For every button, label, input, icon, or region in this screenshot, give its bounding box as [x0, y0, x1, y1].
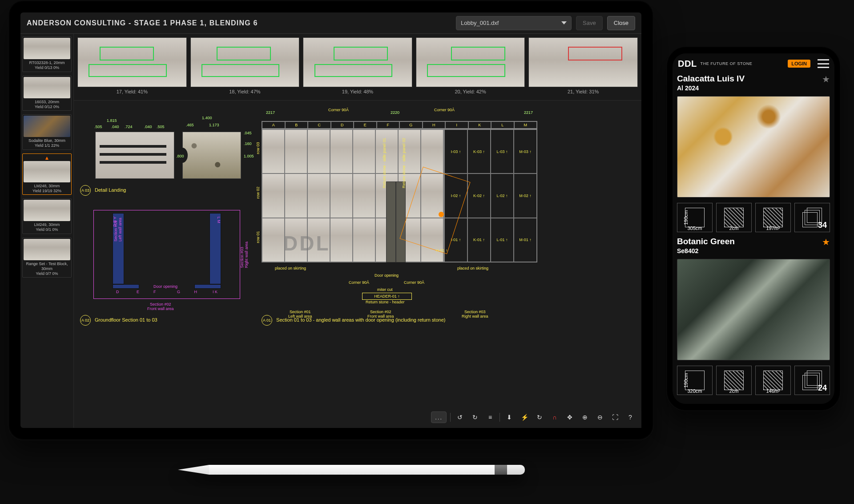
zoom-in-icon[interactable]: ⊕: [579, 411, 591, 423]
flash-icon[interactable]: ⚡: [519, 411, 530, 423]
wall-tile-label[interactable]: K-02 ↑: [467, 173, 491, 218]
wall-tile[interactable]: [330, 173, 353, 218]
col-header: K: [468, 121, 491, 129]
warning-icon: ▲: [24, 155, 70, 161]
header: ANDERSON CONSULTING - STAGE 1 PHASE 1, B…: [20, 12, 641, 34]
header-tag[interactable]: HEADER-01 ↑: [362, 293, 412, 300]
slab-preview[interactable]: 18, Yield: 47%: [190, 37, 300, 100]
dim: 1.400: [202, 116, 212, 120]
slab-preview[interactable]: 19, Yield: 48%: [303, 37, 412, 100]
dim: .160: [244, 141, 252, 146]
redo-icon[interactable]: ↻: [469, 411, 481, 423]
sidebar-item[interactable]: RT032328-1, 20mmYield 0/13 0%: [22, 36, 72, 72]
sidebar-item[interactable]: Range Set - Test Block, 30mmYield 0/7 0%: [22, 238, 72, 278]
canvas-toolbar: ... ↺ ↻ ≡ ⬇ ⚡ ↻ ∩ ✥ ⊕ ⊖ ⛶ ?: [431, 410, 636, 424]
slab-caption: 19, Yield: 48%: [342, 89, 373, 94]
sidebar-item[interactable]: LM249, 30mmYield 0/1 0%: [22, 198, 72, 234]
slab-preview[interactable]: 20, Yield: 42%: [416, 37, 525, 100]
apple-pencil: [178, 463, 525, 477]
dim: 1.815: [107, 118, 117, 123]
slab-thumb: [24, 200, 70, 221]
product-image[interactable]: [677, 96, 830, 198]
phone-header: DDL THE FUTURE OF STONE LOGIN: [673, 53, 834, 74]
body: RT032328-1, 20mmYield 0/13 0%16033, 20mm…: [20, 34, 641, 428]
dim: 2217: [524, 110, 533, 115]
wall-tile-label[interactable]: I-03 ↑: [444, 129, 467, 173]
spec-thickness: 2cm: [716, 366, 752, 395]
fullscreen-icon[interactable]: ⛶: [609, 411, 621, 423]
wall-tile[interactable]: [330, 218, 353, 262]
file-select[interactable]: Lobby_001.dxf: [456, 16, 572, 30]
slab-preview[interactable]: 17, Yield: 41%: [77, 37, 187, 100]
login-button[interactable]: LOGIN: [788, 60, 810, 68]
refresh-icon[interactable]: ↻: [534, 411, 545, 423]
close-button[interactable]: Close: [607, 16, 635, 30]
wall-tile[interactable]: [285, 173, 307, 218]
wall-tile[interactable]: [307, 173, 330, 218]
file-select-value: Lobby_001.dxf: [461, 20, 499, 26]
slab-strip[interactable]: 17, Yield: 41% 18, Yield: 47% 19, Yield:…: [74, 34, 641, 101]
col-header: M: [514, 121, 537, 129]
list-icon[interactable]: ≡: [484, 411, 496, 423]
zoom-out-icon[interactable]: ⊖: [594, 411, 606, 423]
sidebar-item[interactable]: ▲LM248, 30mmYield 19/19 32%: [22, 153, 72, 195]
slab-handle[interactable]: [439, 212, 444, 217]
wall-tile-label[interactable]: M-03 ↑: [514, 129, 537, 173]
wall-tile[interactable]: [262, 218, 285, 262]
slab-caption: 20, Yield: 42%: [455, 89, 486, 94]
cad-canvas[interactable]: A 03 Detail Landing 1.: [74, 101, 641, 428]
dim: 2217: [266, 110, 275, 115]
slab-image: [416, 37, 525, 87]
wall-tile[interactable]: [330, 129, 353, 173]
landing-piece-left[interactable]: [95, 132, 174, 179]
wall-tile[interactable]: [262, 129, 285, 173]
product-card[interactable]: Botanic Green Se8402 ★ 190cm 320cm 2cm 1…: [673, 237, 834, 395]
slab-thumb: [24, 161, 70, 182]
product-list[interactable]: Calacatta Luis IV Al 2024 ★ 190cm 305cm …: [673, 74, 834, 399]
dim: .505: [157, 125, 165, 129]
magnet-icon[interactable]: ∩: [549, 411, 560, 423]
wall-tile[interactable]: [375, 129, 398, 173]
wall-tile[interactable]: [353, 173, 375, 218]
wall-tile-label[interactable]: K-01 ↑: [467, 218, 491, 262]
sidebar-item[interactable]: 16033, 20mmYield 0/12 0%: [22, 76, 72, 111]
more-button[interactable]: ...: [431, 411, 447, 423]
menu-icon[interactable]: [818, 59, 829, 68]
wall-tile-label[interactable]: L-02 ↑: [491, 173, 514, 218]
wall-tile[interactable]: [262, 173, 285, 218]
slab-caption: 18, Yield: 47%: [229, 89, 260, 94]
wall-tile-label[interactable]: M-02 ↑: [514, 173, 537, 218]
wall-tile-label[interactable]: L-01 ↑: [491, 218, 514, 262]
col-header: H: [423, 121, 446, 129]
sidebar-item[interactable]: Sodalite Blue, 30mmYield 1/1 22%: [22, 114, 72, 150]
wall-tile-label[interactable]: M-01 ↑: [514, 218, 537, 262]
col-header: D: [331, 121, 354, 129]
save-button[interactable]: Save: [576, 16, 603, 30]
favorite-icon[interactable]: ★: [822, 237, 830, 247]
wall-tile[interactable]: [285, 129, 307, 173]
sidebar[interactable]: RT032328-1, 20mmYield 0/13 0%16033, 20mm…: [20, 34, 74, 428]
product-image[interactable]: [677, 259, 830, 360]
wall-tile[interactable]: [307, 129, 330, 173]
col-header: C: [308, 121, 331, 129]
move-icon[interactable]: ✥: [564, 411, 576, 423]
wall-tile-label[interactable]: L-03 ↑: [491, 129, 514, 173]
favorite-icon[interactable]: ★: [822, 74, 830, 85]
landing-piece-right[interactable]: [182, 132, 241, 179]
wall-tile-label[interactable]: K-03 ↑: [467, 129, 491, 173]
tablet-frame: ANDERSON CONSULTING - STAGE 1 PHASE 1, B…: [8, 0, 654, 440]
product-code: Se8402: [677, 247, 735, 254]
wall-tile[interactable]: [353, 218, 375, 262]
wall-tile[interactable]: [353, 129, 375, 173]
product-card[interactable]: Calacatta Luis IV Al 2024 ★ 190cm 305cm …: [673, 74, 834, 232]
section-02[interactable]: Door opening Section #02 Front wall area…: [93, 210, 240, 299]
tablet-screen: ANDERSON CONSULTING - STAGE 1 PHASE 1, B…: [20, 12, 641, 428]
slab-thumb: [24, 38, 70, 59]
spec-area: 146m²: [755, 366, 791, 395]
help-icon[interactable]: ?: [624, 411, 636, 423]
col-headers: ABCDEFGHIKLM: [262, 121, 537, 129]
col-header: E: [354, 121, 377, 129]
undo-icon[interactable]: ↺: [454, 411, 466, 423]
slab-preview[interactable]: 21, Yield: 31%: [528, 37, 638, 100]
download-icon[interactable]: ⬇: [504, 411, 515, 423]
